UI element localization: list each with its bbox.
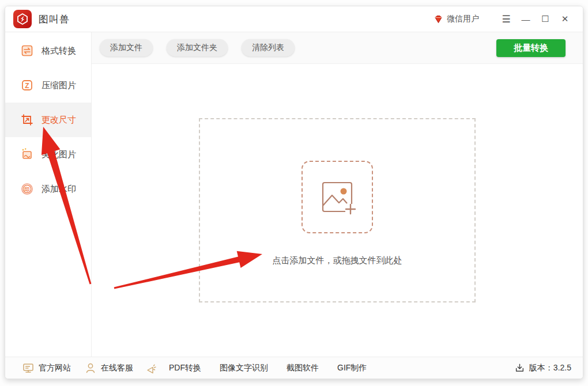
svg-text:印: 印 — [25, 187, 30, 192]
watermark-icon: 印 — [21, 183, 33, 195]
footer-bar: 官方网站 在线客服 PDF转换 图像文字识别 截图软件 GIF制作 — [5, 357, 583, 379]
beautify-icon — [21, 148, 33, 161]
sidebar-item-label: 格式转换 — [42, 46, 76, 56]
sidebar-item-label: 添加水印 — [42, 184, 76, 195]
sidebar-item-beautify[interactable]: 美化图片 — [5, 137, 91, 172]
official-site-label: 官方网站 — [39, 363, 71, 373]
close-icon[interactable]: ✕ — [557, 12, 572, 27]
image-placeholder-icon — [316, 176, 358, 218]
screenshot-tool-link[interactable]: 截图软件 — [287, 363, 319, 373]
dropzone-hint: 点击添加文件，或拖拽文件到此处 — [273, 255, 402, 266]
add-file-button[interactable]: 添加文件 — [100, 39, 153, 56]
app-logo-icon — [13, 10, 32, 28]
maximize-icon[interactable]: ☐ — [538, 12, 553, 27]
screen: 图叫兽 微信用户 ☰ — ☐ ✕ — [0, 0, 588, 386]
format-convert-icon — [21, 44, 33, 57]
clear-list-button[interactable]: 清除列表 — [242, 39, 295, 56]
pdf-convert-link[interactable]: PDF转换 — [169, 363, 201, 373]
product-links: PDF转换 图像文字识别 截图软件 GIF制作 — [169, 363, 367, 373]
minimize-icon[interactable]: — — [518, 12, 533, 27]
sidebar-item-compress[interactable]: Z 压缩图片 — [5, 68, 91, 103]
online-support-link[interactable]: 在线客服 — [85, 362, 133, 374]
download-update-icon[interactable] — [515, 363, 525, 373]
sidebar-item-watermark[interactable]: 印 添加水印 — [5, 172, 91, 206]
file-list-area: 点击添加文件，或拖拽文件到此处 — [92, 64, 583, 357]
sidebar-item-label: 更改尺寸 — [42, 115, 76, 126]
compress-icon: Z — [21, 79, 33, 92]
sidebar-item-format-convert[interactable]: 格式转换 — [5, 33, 91, 68]
batch-convert-button[interactable]: 批量转换 — [496, 39, 566, 57]
promo-horn-icon — [146, 362, 157, 374]
add-folder-button[interactable]: 添加文件夹 — [167, 39, 228, 56]
sidebar-item-label: 美化图片 — [42, 149, 76, 160]
official-site-link[interactable]: 官方网站 — [22, 362, 71, 374]
ocr-link[interactable]: 图像文字识别 — [220, 363, 268, 373]
online-support-label: 在线客服 — [101, 363, 133, 373]
window-controls: ☰ — ☐ ✕ — [499, 12, 572, 27]
sidebar-item-label: 压缩图片 — [42, 80, 76, 91]
app-window: 图叫兽 微信用户 ☰ — ☐ ✕ — [5, 6, 583, 379]
gif-maker-link[interactable]: GIF制作 — [337, 363, 367, 373]
version-label: 版本：3.2.5 — [529, 363, 571, 373]
app-title: 图叫兽 — [39, 13, 70, 26]
svg-text:Z: Z — [25, 82, 29, 90]
account-button[interactable]: 微信用户 — [434, 14, 479, 24]
toolbar: 添加文件 添加文件夹 清除列表 批量转换 — [92, 32, 583, 64]
sidebar-item-resize[interactable]: 更改尺寸 — [5, 103, 91, 137]
drop-target-box[interactable] — [301, 161, 373, 233]
account-label: 微信用户 — [447, 14, 479, 24]
vip-gem-icon — [434, 14, 443, 24]
monitor-icon — [22, 362, 34, 374]
dropzone[interactable]: 点击添加文件，或拖拽文件到此处 — [199, 118, 476, 302]
menu-icon[interactable]: ☰ — [499, 12, 514, 27]
resize-icon — [21, 113, 33, 126]
person-icon — [85, 362, 96, 374]
title-bar: 图叫兽 微信用户 ☰ — ☐ ✕ — [5, 6, 583, 32]
sidebar: 格式转换 Z 压缩图片 更改尺寸 — [5, 32, 92, 357]
